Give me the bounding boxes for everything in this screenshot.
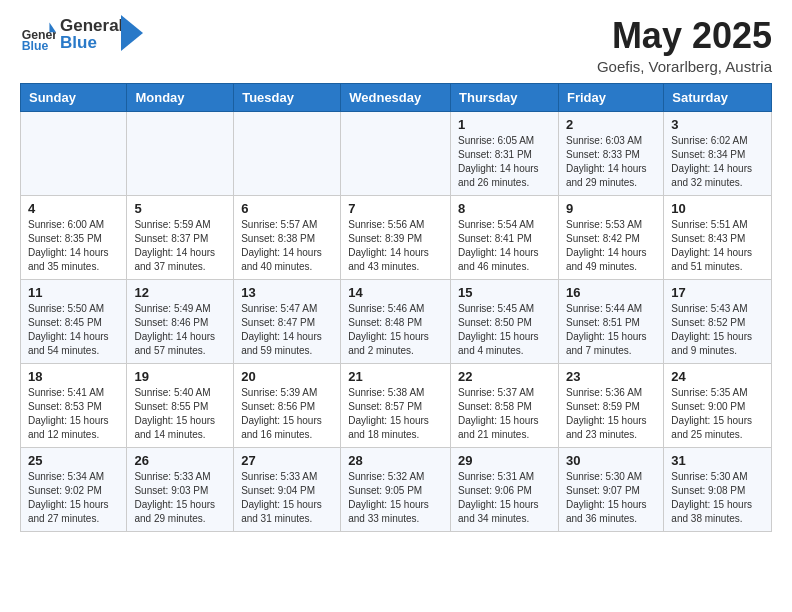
calendar-cell: 26Sunrise: 5:33 AM Sunset: 9:03 PM Dayli… xyxy=(127,447,234,531)
calendar-body: 1Sunrise: 6:05 AM Sunset: 8:31 PM Daylig… xyxy=(21,111,772,531)
day-number: 27 xyxy=(241,453,333,468)
calendar-cell: 23Sunrise: 5:36 AM Sunset: 8:59 PM Dayli… xyxy=(558,363,663,447)
day-info: Sunrise: 5:59 AM Sunset: 8:37 PM Dayligh… xyxy=(134,218,226,274)
day-info: Sunrise: 5:45 AM Sunset: 8:50 PM Dayligh… xyxy=(458,302,551,358)
calendar-cell: 31Sunrise: 5:30 AM Sunset: 9:08 PM Dayli… xyxy=(664,447,772,531)
calendar-cell: 7Sunrise: 5:56 AM Sunset: 8:39 PM Daylig… xyxy=(341,195,451,279)
calendar-cell: 17Sunrise: 5:43 AM Sunset: 8:52 PM Dayli… xyxy=(664,279,772,363)
day-info: Sunrise: 5:57 AM Sunset: 8:38 PM Dayligh… xyxy=(241,218,333,274)
day-info: Sunrise: 5:43 AM Sunset: 8:52 PM Dayligh… xyxy=(671,302,764,358)
week-row-5: 25Sunrise: 5:34 AM Sunset: 9:02 PM Dayli… xyxy=(21,447,772,531)
day-info: Sunrise: 5:39 AM Sunset: 8:56 PM Dayligh… xyxy=(241,386,333,442)
calendar-cell xyxy=(21,111,127,195)
calendar-cell: 25Sunrise: 5:34 AM Sunset: 9:02 PM Dayli… xyxy=(21,447,127,531)
day-info: Sunrise: 5:37 AM Sunset: 8:58 PM Dayligh… xyxy=(458,386,551,442)
calendar-cell: 22Sunrise: 5:37 AM Sunset: 8:58 PM Dayli… xyxy=(451,363,559,447)
calendar-cell: 20Sunrise: 5:39 AM Sunset: 8:56 PM Dayli… xyxy=(234,363,341,447)
calendar-header: SundayMondayTuesdayWednesdayThursdayFrid… xyxy=(21,83,772,111)
logo-blue-text: Blue xyxy=(60,33,123,53)
day-info: Sunrise: 5:33 AM Sunset: 9:03 PM Dayligh… xyxy=(134,470,226,526)
day-number: 5 xyxy=(134,201,226,216)
location: Goefis, Vorarlberg, Austria xyxy=(597,58,772,75)
day-number: 23 xyxy=(566,369,656,384)
day-info: Sunrise: 5:36 AM Sunset: 8:59 PM Dayligh… xyxy=(566,386,656,442)
day-number: 12 xyxy=(134,285,226,300)
calendar-cell: 2Sunrise: 6:03 AM Sunset: 8:33 PM Daylig… xyxy=(558,111,663,195)
calendar-cell: 13Sunrise: 5:47 AM Sunset: 8:47 PM Dayli… xyxy=(234,279,341,363)
weekday-header-friday: Friday xyxy=(558,83,663,111)
calendar-cell: 12Sunrise: 5:49 AM Sunset: 8:46 PM Dayli… xyxy=(127,279,234,363)
calendar-cell: 6Sunrise: 5:57 AM Sunset: 8:38 PM Daylig… xyxy=(234,195,341,279)
day-number: 10 xyxy=(671,201,764,216)
day-info: Sunrise: 5:35 AM Sunset: 9:00 PM Dayligh… xyxy=(671,386,764,442)
weekday-header-monday: Monday xyxy=(127,83,234,111)
day-number: 13 xyxy=(241,285,333,300)
calendar-cell: 1Sunrise: 6:05 AM Sunset: 8:31 PM Daylig… xyxy=(451,111,559,195)
day-number: 20 xyxy=(241,369,333,384)
day-info: Sunrise: 5:34 AM Sunset: 9:02 PM Dayligh… xyxy=(28,470,119,526)
day-number: 19 xyxy=(134,369,226,384)
day-info: Sunrise: 5:40 AM Sunset: 8:55 PM Dayligh… xyxy=(134,386,226,442)
day-number: 28 xyxy=(348,453,443,468)
day-info: Sunrise: 5:56 AM Sunset: 8:39 PM Dayligh… xyxy=(348,218,443,274)
day-info: Sunrise: 6:05 AM Sunset: 8:31 PM Dayligh… xyxy=(458,134,551,190)
day-info: Sunrise: 5:46 AM Sunset: 8:48 PM Dayligh… xyxy=(348,302,443,358)
logo-icon: General Blue xyxy=(20,16,56,52)
day-number: 6 xyxy=(241,201,333,216)
calendar-cell: 27Sunrise: 5:33 AM Sunset: 9:04 PM Dayli… xyxy=(234,447,341,531)
day-info: Sunrise: 6:00 AM Sunset: 8:35 PM Dayligh… xyxy=(28,218,119,274)
week-row-3: 11Sunrise: 5:50 AM Sunset: 8:45 PM Dayli… xyxy=(21,279,772,363)
day-info: Sunrise: 5:30 AM Sunset: 9:08 PM Dayligh… xyxy=(671,470,764,526)
calendar-cell: 11Sunrise: 5:50 AM Sunset: 8:45 PM Dayli… xyxy=(21,279,127,363)
day-info: Sunrise: 5:49 AM Sunset: 8:46 PM Dayligh… xyxy=(134,302,226,358)
svg-text:Blue: Blue xyxy=(22,39,49,52)
day-info: Sunrise: 5:50 AM Sunset: 8:45 PM Dayligh… xyxy=(28,302,119,358)
calendar-cell xyxy=(127,111,234,195)
day-info: Sunrise: 5:33 AM Sunset: 9:04 PM Dayligh… xyxy=(241,470,333,526)
calendar-cell: 18Sunrise: 5:41 AM Sunset: 8:53 PM Dayli… xyxy=(21,363,127,447)
day-number: 22 xyxy=(458,369,551,384)
calendar-cell: 9Sunrise: 5:53 AM Sunset: 8:42 PM Daylig… xyxy=(558,195,663,279)
day-number: 15 xyxy=(458,285,551,300)
weekday-header-thursday: Thursday xyxy=(451,83,559,111)
day-number: 4 xyxy=(28,201,119,216)
svg-marker-3 xyxy=(121,15,143,51)
day-info: Sunrise: 5:44 AM Sunset: 8:51 PM Dayligh… xyxy=(566,302,656,358)
day-number: 16 xyxy=(566,285,656,300)
day-number: 11 xyxy=(28,285,119,300)
calendar-cell: 24Sunrise: 5:35 AM Sunset: 9:00 PM Dayli… xyxy=(664,363,772,447)
logo: General Blue General Blue xyxy=(20,16,143,52)
day-info: Sunrise: 5:30 AM Sunset: 9:07 PM Dayligh… xyxy=(566,470,656,526)
calendar-cell: 15Sunrise: 5:45 AM Sunset: 8:50 PM Dayli… xyxy=(451,279,559,363)
day-number: 1 xyxy=(458,117,551,132)
calendar-cell: 4Sunrise: 6:00 AM Sunset: 8:35 PM Daylig… xyxy=(21,195,127,279)
day-info: Sunrise: 5:54 AM Sunset: 8:41 PM Dayligh… xyxy=(458,218,551,274)
day-number: 8 xyxy=(458,201,551,216)
day-number: 14 xyxy=(348,285,443,300)
calendar-cell: 28Sunrise: 5:32 AM Sunset: 9:05 PM Dayli… xyxy=(341,447,451,531)
calendar-table: SundayMondayTuesdayWednesdayThursdayFrid… xyxy=(20,83,772,532)
weekday-header-saturday: Saturday xyxy=(664,83,772,111)
day-number: 18 xyxy=(28,369,119,384)
logo-arrow-icon xyxy=(121,15,143,51)
calendar-cell: 30Sunrise: 5:30 AM Sunset: 9:07 PM Dayli… xyxy=(558,447,663,531)
calendar-cell: 29Sunrise: 5:31 AM Sunset: 9:06 PM Dayli… xyxy=(451,447,559,531)
day-number: 26 xyxy=(134,453,226,468)
day-number: 25 xyxy=(28,453,119,468)
day-info: Sunrise: 5:38 AM Sunset: 8:57 PM Dayligh… xyxy=(348,386,443,442)
weekday-header-tuesday: Tuesday xyxy=(234,83,341,111)
header: General Blue General Blue May 2025 Goefi… xyxy=(20,16,772,75)
calendar-cell: 5Sunrise: 5:59 AM Sunset: 8:37 PM Daylig… xyxy=(127,195,234,279)
day-number: 21 xyxy=(348,369,443,384)
calendar-cell xyxy=(234,111,341,195)
calendar-cell: 21Sunrise: 5:38 AM Sunset: 8:57 PM Dayli… xyxy=(341,363,451,447)
month-title: May 2025 xyxy=(597,16,772,56)
day-number: 9 xyxy=(566,201,656,216)
weekday-header-sunday: Sunday xyxy=(21,83,127,111)
day-number: 24 xyxy=(671,369,764,384)
day-number: 2 xyxy=(566,117,656,132)
weekday-row: SundayMondayTuesdayWednesdayThursdayFrid… xyxy=(21,83,772,111)
day-number: 30 xyxy=(566,453,656,468)
calendar-cell: 16Sunrise: 5:44 AM Sunset: 8:51 PM Dayli… xyxy=(558,279,663,363)
day-number: 31 xyxy=(671,453,764,468)
